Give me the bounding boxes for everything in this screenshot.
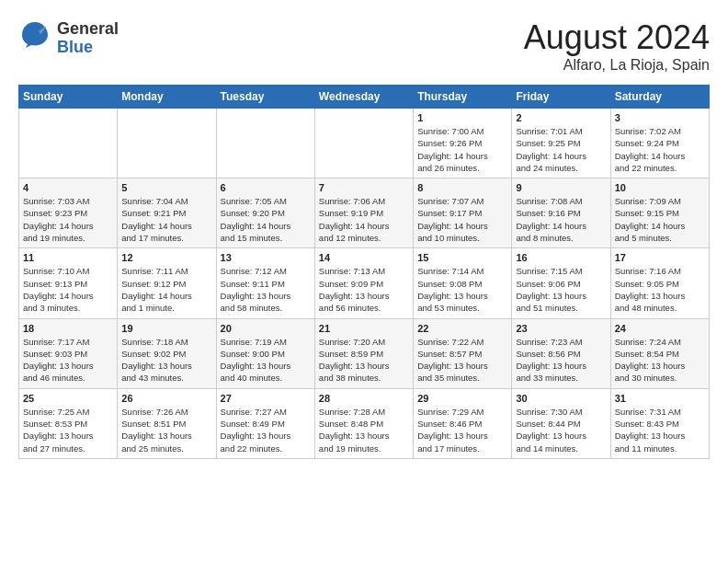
day-info: Sunrise: 7:10 AM Sunset: 9:13 PM Dayligh… xyxy=(23,265,113,314)
day-info: Sunrise: 7:03 AM Sunset: 9:23 PM Dayligh… xyxy=(23,195,113,244)
calendar-cell: 19Sunrise: 7:18 AM Sunset: 9:02 PM Dayli… xyxy=(118,318,216,388)
day-number: 1 xyxy=(417,112,507,123)
calendar-cell: 24Sunrise: 7:24 AM Sunset: 8:54 PM Dayli… xyxy=(610,318,709,388)
day-number: 30 xyxy=(516,393,606,404)
calendar-cell: 28Sunrise: 7:28 AM Sunset: 8:48 PM Dayli… xyxy=(314,388,413,458)
calendar-cell: 30Sunrise: 7:30 AM Sunset: 8:44 PM Dayli… xyxy=(512,388,610,458)
day-number: 2 xyxy=(516,112,606,123)
day-number: 5 xyxy=(121,182,211,193)
calendar-body: 1Sunrise: 7:00 AM Sunset: 9:26 PM Daylig… xyxy=(19,109,710,459)
day-info: Sunrise: 7:12 AM Sunset: 9:11 PM Dayligh… xyxy=(221,265,311,314)
day-info: Sunrise: 7:24 AM Sunset: 8:54 PM Dayligh… xyxy=(615,336,705,385)
header-saturday: Saturday xyxy=(610,86,709,109)
calendar-cell: 14Sunrise: 7:13 AM Sunset: 9:09 PM Dayli… xyxy=(314,248,413,318)
calendar-cell: 21Sunrise: 7:20 AM Sunset: 8:59 PM Dayli… xyxy=(314,318,413,388)
header-sunday: Sunday xyxy=(19,86,118,109)
day-info: Sunrise: 7:18 AM Sunset: 9:02 PM Dayligh… xyxy=(121,336,211,385)
day-number: 10 xyxy=(615,182,705,193)
calendar-cell: 25Sunrise: 7:25 AM Sunset: 8:53 PM Dayli… xyxy=(19,388,118,458)
calendar-cell: 10Sunrise: 7:09 AM Sunset: 9:15 PM Dayli… xyxy=(610,178,709,248)
calendar-cell: 27Sunrise: 7:27 AM Sunset: 8:49 PM Dayli… xyxy=(216,388,314,458)
calendar-week-3: 11Sunrise: 7:10 AM Sunset: 9:13 PM Dayli… xyxy=(19,248,710,318)
day-info: Sunrise: 7:17 AM Sunset: 9:03 PM Dayligh… xyxy=(23,336,113,385)
page-header: General Blue August 2024 Alfaro, La Rioj… xyxy=(18,18,710,74)
calendar-week-1: 1Sunrise: 7:00 AM Sunset: 9:26 PM Daylig… xyxy=(19,109,710,178)
day-number: 11 xyxy=(23,252,113,263)
header-tuesday: Tuesday xyxy=(216,86,314,109)
calendar-cell: 4Sunrise: 7:03 AM Sunset: 9:23 PM Daylig… xyxy=(19,178,118,248)
day-number: 12 xyxy=(121,252,211,263)
day-number: 3 xyxy=(615,112,705,123)
day-info: Sunrise: 7:06 AM Sunset: 9:19 PM Dayligh… xyxy=(319,195,409,244)
calendar-cell: 1Sunrise: 7:00 AM Sunset: 9:26 PM Daylig… xyxy=(414,109,512,178)
day-number: 31 xyxy=(615,393,705,404)
day-number: 15 xyxy=(417,252,507,263)
day-number: 21 xyxy=(319,323,409,334)
day-number: 4 xyxy=(23,182,113,193)
day-info: Sunrise: 7:11 AM Sunset: 9:12 PM Dayligh… xyxy=(121,265,211,314)
calendar-cell: 26Sunrise: 7:26 AM Sunset: 8:51 PM Dayli… xyxy=(118,388,216,458)
calendar-cell: 20Sunrise: 7:19 AM Sunset: 9:00 PM Dayli… xyxy=(216,318,314,388)
day-number: 9 xyxy=(516,182,606,193)
header-wednesday: Wednesday xyxy=(314,86,413,109)
day-number: 14 xyxy=(319,252,409,263)
calendar-cell: 11Sunrise: 7:10 AM Sunset: 9:13 PM Dayli… xyxy=(19,248,118,318)
day-info: Sunrise: 7:02 AM Sunset: 9:24 PM Dayligh… xyxy=(615,125,705,174)
title-block: August 2024 Alfaro, La Rioja, Spain xyxy=(524,18,710,74)
day-info: Sunrise: 7:05 AM Sunset: 9:20 PM Dayligh… xyxy=(221,195,311,244)
calendar-header-row: SundayMondayTuesdayWednesdayThursdayFrid… xyxy=(19,86,710,109)
calendar-cell: 16Sunrise: 7:15 AM Sunset: 9:06 PM Dayli… xyxy=(512,248,610,318)
day-number: 25 xyxy=(23,393,113,404)
day-number: 16 xyxy=(516,252,606,263)
calendar-week-2: 4Sunrise: 7:03 AM Sunset: 9:23 PM Daylig… xyxy=(19,178,710,248)
calendar-cell: 9Sunrise: 7:08 AM Sunset: 9:16 PM Daylig… xyxy=(512,178,610,248)
day-number: 29 xyxy=(417,393,507,404)
calendar-table: SundayMondayTuesdayWednesdayThursdayFrid… xyxy=(18,85,710,459)
calendar-cell: 23Sunrise: 7:23 AM Sunset: 8:56 PM Dayli… xyxy=(512,318,610,388)
logo-text: General Blue xyxy=(57,20,119,57)
day-number: 8 xyxy=(417,182,507,193)
day-number: 7 xyxy=(319,182,409,193)
day-number: 17 xyxy=(615,252,705,263)
day-info: Sunrise: 7:04 AM Sunset: 9:21 PM Dayligh… xyxy=(121,195,211,244)
day-info: Sunrise: 7:07 AM Sunset: 9:17 PM Dayligh… xyxy=(417,195,507,244)
calendar-cell xyxy=(216,109,314,178)
calendar-week-4: 18Sunrise: 7:17 AM Sunset: 9:03 PM Dayli… xyxy=(19,318,710,388)
day-number: 6 xyxy=(221,182,311,193)
day-info: Sunrise: 7:14 AM Sunset: 9:08 PM Dayligh… xyxy=(417,265,507,314)
calendar-cell xyxy=(314,109,413,178)
day-info: Sunrise: 7:28 AM Sunset: 8:48 PM Dayligh… xyxy=(319,406,409,454)
header-thursday: Thursday xyxy=(414,86,512,109)
day-number: 22 xyxy=(417,323,507,334)
day-info: Sunrise: 7:01 AM Sunset: 9:25 PM Dayligh… xyxy=(516,125,606,174)
day-number: 19 xyxy=(121,323,211,334)
calendar-cell: 3Sunrise: 7:02 AM Sunset: 9:24 PM Daylig… xyxy=(610,109,709,178)
day-info: Sunrise: 7:08 AM Sunset: 9:16 PM Dayligh… xyxy=(516,195,606,244)
header-monday: Monday xyxy=(118,86,216,109)
day-number: 27 xyxy=(221,393,311,404)
day-number: 26 xyxy=(121,393,211,404)
day-info: Sunrise: 7:22 AM Sunset: 8:57 PM Dayligh… xyxy=(417,336,507,385)
day-info: Sunrise: 7:20 AM Sunset: 8:59 PM Dayligh… xyxy=(319,336,409,385)
calendar-cell: 17Sunrise: 7:16 AM Sunset: 9:05 PM Dayli… xyxy=(610,248,709,318)
day-number: 20 xyxy=(221,323,311,334)
calendar-cell: 22Sunrise: 7:22 AM Sunset: 8:57 PM Dayli… xyxy=(414,318,512,388)
calendar-cell: 7Sunrise: 7:06 AM Sunset: 9:19 PM Daylig… xyxy=(314,178,413,248)
calendar-cell: 5Sunrise: 7:04 AM Sunset: 9:21 PM Daylig… xyxy=(118,178,216,248)
day-info: Sunrise: 7:25 AM Sunset: 8:53 PM Dayligh… xyxy=(23,406,113,454)
calendar-cell: 29Sunrise: 7:29 AM Sunset: 8:46 PM Dayli… xyxy=(414,388,512,458)
logo: General Blue xyxy=(18,18,119,58)
calendar-cell: 12Sunrise: 7:11 AM Sunset: 9:12 PM Dayli… xyxy=(118,248,216,318)
day-number: 24 xyxy=(615,323,705,334)
day-info: Sunrise: 7:13 AM Sunset: 9:09 PM Dayligh… xyxy=(319,265,409,314)
calendar-cell: 6Sunrise: 7:05 AM Sunset: 9:20 PM Daylig… xyxy=(216,178,314,248)
calendar-cell: 8Sunrise: 7:07 AM Sunset: 9:17 PM Daylig… xyxy=(414,178,512,248)
calendar-week-5: 25Sunrise: 7:25 AM Sunset: 8:53 PM Dayli… xyxy=(19,388,710,458)
day-info: Sunrise: 7:00 AM Sunset: 9:26 PM Dayligh… xyxy=(417,125,507,174)
day-info: Sunrise: 7:31 AM Sunset: 8:43 PM Dayligh… xyxy=(615,406,705,454)
logo-bird-icon xyxy=(18,18,51,58)
calendar-cell: 13Sunrise: 7:12 AM Sunset: 9:11 PM Dayli… xyxy=(216,248,314,318)
day-info: Sunrise: 7:29 AM Sunset: 8:46 PM Dayligh… xyxy=(417,406,507,454)
month-title: August 2024 xyxy=(524,18,710,57)
logo-general: General xyxy=(57,20,119,39)
